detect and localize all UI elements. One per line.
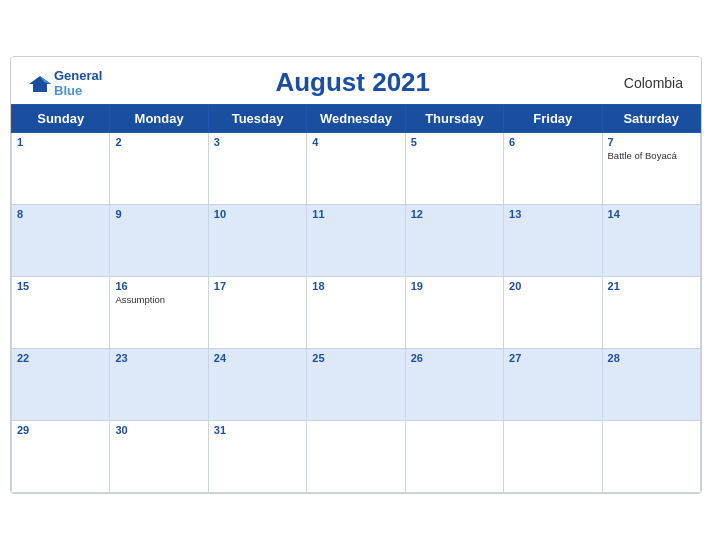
day-number: 13: [509, 208, 596, 220]
day-number: 11: [312, 208, 399, 220]
calendar-day-cell: [602, 421, 700, 493]
day-number: 2: [115, 136, 202, 148]
calendar-day-cell: 21: [602, 277, 700, 349]
day-number: 31: [214, 424, 301, 436]
day-number: 22: [17, 352, 104, 364]
day-number: 25: [312, 352, 399, 364]
weekday-header-row: Sunday Monday Tuesday Wednesday Thursday…: [12, 105, 701, 133]
calendar-table: Sunday Monday Tuesday Wednesday Thursday…: [11, 104, 701, 493]
calendar-day-cell: 1: [12, 133, 110, 205]
calendar-title: August 2021: [102, 67, 603, 98]
calendar-day-cell: 20: [504, 277, 602, 349]
day-number: 15: [17, 280, 104, 292]
calendar-day-cell: 17: [208, 277, 306, 349]
day-number: 16: [115, 280, 202, 292]
calendar-day-cell: 26: [405, 349, 503, 421]
calendar-day-cell: [307, 421, 405, 493]
calendar-day-cell: 9: [110, 205, 208, 277]
logo-bird-icon: [29, 74, 51, 92]
calendar-day-cell: 23: [110, 349, 208, 421]
logo: GeneralBlue: [29, 68, 102, 98]
calendar-week-row: 1234567Battle of Boyacá: [12, 133, 701, 205]
calendar-day-cell: 18: [307, 277, 405, 349]
day-number: 20: [509, 280, 596, 292]
day-number: 7: [608, 136, 695, 148]
day-number: 5: [411, 136, 498, 148]
calendar-day-cell: 15: [12, 277, 110, 349]
calendar-day-cell: 29: [12, 421, 110, 493]
calendar-day-cell: 13: [504, 205, 602, 277]
day-number: 24: [214, 352, 301, 364]
header-friday: Friday: [504, 105, 602, 133]
logo-text: GeneralBlue: [54, 68, 102, 98]
calendar-day-cell: 7Battle of Boyacá: [602, 133, 700, 205]
day-number: 17: [214, 280, 301, 292]
calendar-week-row: 293031: [12, 421, 701, 493]
calendar-week-row: 22232425262728: [12, 349, 701, 421]
day-number: 21: [608, 280, 695, 292]
day-number: 18: [312, 280, 399, 292]
header-tuesday: Tuesday: [208, 105, 306, 133]
calendar-day-cell: 4: [307, 133, 405, 205]
calendar-day-cell: 10: [208, 205, 306, 277]
day-number: 23: [115, 352, 202, 364]
header-monday: Monday: [110, 105, 208, 133]
header-wednesday: Wednesday: [307, 105, 405, 133]
day-number: 1: [17, 136, 104, 148]
calendar-day-cell: 28: [602, 349, 700, 421]
event-label: Assumption: [115, 294, 202, 306]
calendar-day-cell: 30: [110, 421, 208, 493]
day-number: 4: [312, 136, 399, 148]
day-number: 26: [411, 352, 498, 364]
day-number: 27: [509, 352, 596, 364]
calendar-day-cell: 11: [307, 205, 405, 277]
calendar-day-cell: 25: [307, 349, 405, 421]
calendar: GeneralBlue August 2021 Colombia Sunday …: [10, 56, 702, 494]
calendar-day-cell: 19: [405, 277, 503, 349]
calendar-day-cell: 14: [602, 205, 700, 277]
header-thursday: Thursday: [405, 105, 503, 133]
country-label: Colombia: [603, 75, 683, 91]
calendar-day-cell: 5: [405, 133, 503, 205]
day-number: 8: [17, 208, 104, 220]
calendar-header: GeneralBlue August 2021 Colombia: [11, 57, 701, 104]
calendar-day-cell: 12: [405, 205, 503, 277]
day-number: 19: [411, 280, 498, 292]
calendar-day-cell: 22: [12, 349, 110, 421]
header-sunday: Sunday: [12, 105, 110, 133]
day-number: 29: [17, 424, 104, 436]
calendar-day-cell: 6: [504, 133, 602, 205]
calendar-day-cell: 16Assumption: [110, 277, 208, 349]
day-number: 9: [115, 208, 202, 220]
calendar-day-cell: 8: [12, 205, 110, 277]
calendar-day-cell: [504, 421, 602, 493]
calendar-day-cell: 24: [208, 349, 306, 421]
calendar-day-cell: 27: [504, 349, 602, 421]
day-number: 10: [214, 208, 301, 220]
header-saturday: Saturday: [602, 105, 700, 133]
day-number: 12: [411, 208, 498, 220]
calendar-day-cell: [405, 421, 503, 493]
calendar-day-cell: 3: [208, 133, 306, 205]
day-number: 3: [214, 136, 301, 148]
event-label: Battle of Boyacá: [608, 150, 695, 162]
svg-marker-0: [29, 76, 51, 92]
calendar-week-row: 891011121314: [12, 205, 701, 277]
day-number: 6: [509, 136, 596, 148]
calendar-day-cell: 2: [110, 133, 208, 205]
day-number: 14: [608, 208, 695, 220]
day-number: 30: [115, 424, 202, 436]
calendar-week-row: 1516Assumption1718192021: [12, 277, 701, 349]
calendar-day-cell: 31: [208, 421, 306, 493]
day-number: 28: [608, 352, 695, 364]
